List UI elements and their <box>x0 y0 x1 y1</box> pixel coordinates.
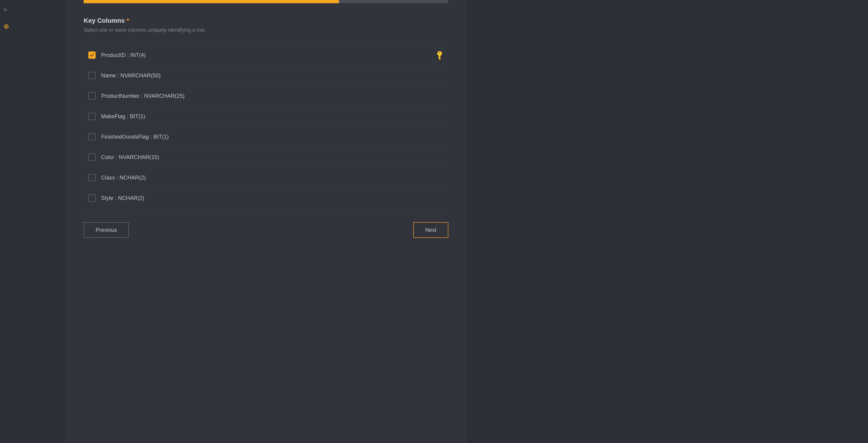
column-item-makeflag-left: MakeFlag : BIT(1) <box>88 113 145 120</box>
wizard-container: Key Columns * Select one or more columns… <box>65 0 467 443</box>
progress-bar-container <box>84 0 448 3</box>
column-item-class[interactable]: Class : NCHAR(2) <box>84 168 448 188</box>
expand-sidebar-icon[interactable]: » <box>2 5 8 14</box>
column-item-name-left: Name : NVARCHAR(50) <box>88 72 161 79</box>
column-item-finishedgoodsflag[interactable]: FinishedGoodsFlag : BIT(1) <box>84 127 448 147</box>
column-item-productid-left: ProductID : INT(4) <box>88 52 146 59</box>
checkbox-color[interactable] <box>88 153 96 161</box>
progress-bar-fill <box>84 0 339 3</box>
section-title: Key Columns * <box>84 17 448 24</box>
column-item-name[interactable]: Name : NVARCHAR(50) <box>84 65 448 86</box>
column-name-finishedgoodsflag: FinishedGoodsFlag : BIT(1) <box>101 134 169 140</box>
column-item-productnumber-left: ProductNumber : NVARCHAR(25) <box>88 92 185 99</box>
column-name-color: Color : NVARCHAR(15) <box>101 154 159 160</box>
column-item-color[interactable]: Color : NVARCHAR(15) <box>84 147 448 168</box>
sidebar: » ⊕ <box>0 0 65 443</box>
checkbox-name[interactable] <box>88 72 96 79</box>
column-name-makeflag: MakeFlag : BIT(1) <box>101 113 145 120</box>
columns-list: ProductID : INT(4) 🔑 Name : NVARCHAR(50)… <box>84 45 448 208</box>
required-star: * <box>127 17 129 24</box>
next-button[interactable]: Next <box>413 222 448 238</box>
column-item-class-left: Class : NCHAR(2) <box>88 174 146 181</box>
column-item-finishedgoodsflag-left: FinishedGoodsFlag : BIT(1) <box>88 133 169 141</box>
column-name-productnumber: ProductNumber : NVARCHAR(25) <box>101 93 185 99</box>
previous-button[interactable]: Previous <box>84 222 129 238</box>
column-name-class: Class : NCHAR(2) <box>101 174 146 181</box>
checkbox-makeflag[interactable] <box>88 113 96 120</box>
column-item-makeflag[interactable]: MakeFlag : BIT(1) <box>84 106 448 127</box>
buttons-row: Previous Next <box>84 222 448 238</box>
checkbox-productid[interactable] <box>88 52 96 59</box>
checkbox-style[interactable] <box>88 195 96 202</box>
key-icon-productid: 🔑 <box>434 49 445 60</box>
column-item-productid[interactable]: ProductID : INT(4) 🔑 <box>84 45 448 65</box>
column-name-productid: ProductID : INT(4) <box>101 52 146 58</box>
column-item-productnumber[interactable]: ProductNumber : NVARCHAR(25) <box>84 86 448 106</box>
checkbox-class[interactable] <box>88 174 96 181</box>
section-subtitle: Select one or more columns uniquely iden… <box>84 27 448 33</box>
column-name-name: Name : NVARCHAR(50) <box>101 72 161 79</box>
section-title-text: Key Columns <box>84 17 125 24</box>
column-item-style[interactable]: Style : NCHAR(2) <box>84 188 448 208</box>
checkbox-finishedgoodsflag[interactable] <box>88 133 96 141</box>
add-icon[interactable]: ⊕ <box>2 21 10 31</box>
column-item-style-left: Style : NCHAR(2) <box>88 195 144 202</box>
main-content: Key Columns * Select one or more columns… <box>65 0 467 443</box>
checkbox-productnumber[interactable] <box>88 92 96 99</box>
right-panel <box>467 0 868 443</box>
column-item-color-left: Color : NVARCHAR(15) <box>88 153 159 161</box>
column-name-style: Style : NCHAR(2) <box>101 195 144 201</box>
